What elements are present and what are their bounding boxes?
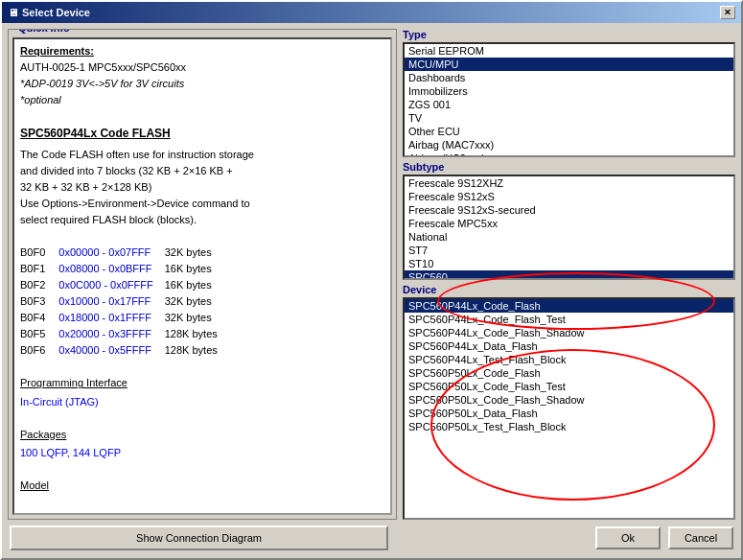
desc2: and divided into 7 blocks (32 KB + 2×16 …	[20, 163, 384, 179]
type-section: Type Serial EEPROMMCU/MPUDashboardsImmob…	[403, 29, 735, 157]
device-list-item[interactable]: SPC560P50Lx_Data_Flash	[405, 407, 733, 420]
table-block: B0F2	[20, 277, 55, 293]
table-block: B0F1	[20, 261, 55, 277]
subtype-listbox[interactable]: Freescale 9S12XHZFreescale 9S12xSFreesca…	[403, 175, 735, 280]
type-list-item[interactable]: Immobilizers	[405, 84, 733, 98]
device-list-item[interactable]: SPC560P50Lx_Code_Flash	[405, 366, 733, 380]
req1: AUTH-0025-1 MPC5xxx/SPC560xx	[20, 59, 384, 76]
device-list-item[interactable]: SPC560P44Lx_Data_Flash	[405, 339, 733, 353]
ok-button[interactable]: Ok	[595, 526, 661, 549]
action-buttons: Ok Cancel	[595, 526, 733, 549]
type-list-item[interactable]: TV	[405, 111, 733, 125]
subtype-list-item[interactable]: Freescale 9S12xS	[405, 190, 733, 203]
type-list-item[interactable]: MCU/MPU	[405, 58, 733, 71]
subtype-list-item[interactable]: ST7	[405, 244, 733, 257]
table-range: 0x10000 - 0x17FFF	[55, 293, 156, 310]
window-icon: 🖥	[8, 7, 18, 18]
desc5: select required FLASH block (blocks).	[20, 212, 384, 228]
table-size: 16K bytes	[157, 277, 218, 293]
table-block: B0F0	[20, 245, 55, 261]
subtype-list-item[interactable]: Freescale MPC5xx	[405, 217, 733, 230]
quick-info-label: Quick Info	[16, 29, 72, 34]
table-size: 32K bytes	[157, 293, 218, 310]
device-list-item[interactable]: SPC560P50Lx_Code_Flash_Shadow	[405, 393, 733, 407]
left-panel: Quick Info Requirements: AUTH-0025-1 MPC…	[8, 29, 397, 520]
req3: *optional	[20, 92, 384, 108]
type-list-item[interactable]: ZGS 001	[405, 98, 733, 111]
table-range: 0x20000 - 0x3FFFF	[55, 326, 156, 342]
table-range: 0x00000 - 0x07FFF	[55, 245, 156, 261]
device-list-item[interactable]: SPC560P44Lx_Code_Flash	[405, 299, 733, 313]
type-listbox[interactable]: Serial EEPROMMCU/MPUDashboardsImmobilize…	[403, 42, 735, 157]
quick-info-group: Quick Info Requirements: AUTH-0025-1 MPC…	[8, 29, 397, 520]
req2: *ADP-0019 3V<->5V for 3V circuits	[20, 76, 384, 92]
table-range: 0x18000 - 0x1FFFF	[55, 310, 156, 326]
subtype-list-item[interactable]: SPC560	[405, 270, 733, 280]
quick-info-scroll[interactable]: Requirements: AUTH-0025-1 MPC5xxx/SPC560…	[12, 37, 392, 515]
close-button[interactable]: ✕	[720, 6, 735, 19]
subtype-list-item[interactable]: ST10	[405, 257, 733, 270]
device-section: Device SPC560P44Lx_Code_FlashSPC560P44Lx…	[403, 284, 735, 520]
subtype-section: Subtype Freescale 9S12XHZFreescale 9S12x…	[403, 161, 735, 280]
quick-info-scroll-container: Requirements: AUTH-0025-1 MPC5xxx/SPC560…	[12, 37, 392, 515]
title-bar: 🖥 Select Device ✕	[2, 2, 741, 23]
prog-interface-label: Programming Interface	[20, 375, 384, 391]
table-range: 0x40000 - 0x5FFFF	[55, 342, 156, 359]
type-label: Type	[403, 29, 735, 40]
table-size: 32K bytes	[157, 310, 218, 326]
table-range: 0x08000 - 0x0BFFF	[55, 261, 156, 277]
table-block: B0F3	[20, 293, 55, 310]
table-range: 0x0C000 - 0x0FFFF	[55, 277, 156, 293]
device-list-item[interactable]: SPC560P50Lx_Code_Flash_Test	[405, 380, 733, 393]
subtype-list-item[interactable]: Freescale 9S12XHZ	[405, 176, 733, 190]
desc3: 32 KB + 32 KB + 2×128 KB)	[20, 179, 384, 196]
device-list-item[interactable]: SPC560P44Lx_Test_Flash_Block	[405, 353, 733, 366]
table-block: B0F6	[20, 342, 55, 359]
device-listbox[interactable]: SPC560P44Lx_Code_FlashSPC560P44Lx_Code_F…	[403, 297, 735, 520]
subtype-label: Subtype	[403, 161, 735, 173]
footer-row: Show Connection Diagram Ok Cancel	[2, 520, 741, 558]
desc1: The Code FLASH often use for instruction…	[20, 147, 384, 163]
table-size: 128K bytes	[157, 342, 218, 359]
packages-value: 100 LQFP, 144 LQFP	[20, 445, 384, 461]
prog-interface-link[interactable]: In-Circuit (JTAG)	[20, 394, 384, 410]
device-list-item[interactable]: SPC560P44Lx_Code_Flash_Shadow	[405, 326, 733, 339]
window-title: Select Device	[22, 7, 90, 18]
address-table: B0F0 0x00000 - 0x07FFF 32K bytes B0F1 0x…	[20, 245, 218, 359]
table-block: B0F4	[20, 310, 55, 326]
type-list-item[interactable]: Other ECU	[405, 125, 733, 138]
device-list-item[interactable]: SPC560P50Lx_Test_Flash_Block	[405, 420, 733, 433]
type-list-item[interactable]: Airbag (MAC7xxx)	[405, 138, 733, 152]
table-size: 128K bytes	[157, 326, 218, 342]
device-list-item[interactable]: SPC560P44Lx_Code_Flash_Test	[405, 313, 733, 326]
table-size: 16K bytes	[157, 261, 218, 277]
device-label: Device	[403, 284, 735, 295]
desc4: Use Options->Environment->Device command…	[20, 196, 384, 212]
type-list-item[interactable]: Serial EEPROM	[405, 44, 733, 58]
subtype-list-item[interactable]: Freescale 9S12xS-secured	[405, 203, 733, 217]
requirements-label: Requirements:	[20, 43, 384, 59]
type-list-item[interactable]: Dashboards	[405, 71, 733, 84]
type-list-item[interactable]: Airbag (XC2xxx)	[405, 152, 733, 157]
cancel-button[interactable]: Cancel	[668, 526, 733, 549]
subtype-list-item[interactable]: National	[405, 230, 733, 244]
main-window: 🖥 Select Device ✕ Quick Info Requirement…	[0, 0, 743, 560]
model-label: Model	[20, 478, 384, 494]
packages-label: Packages	[20, 427, 384, 443]
section-title: SPC560P44Lx Code FLASH	[20, 125, 384, 143]
show-diagram-button[interactable]: Show Connection Diagram	[10, 525, 388, 550]
right-panel: Type Serial EEPROMMCU/MPUDashboardsImmob…	[403, 29, 735, 520]
table-size: 32K bytes	[157, 245, 218, 261]
table-block: B0F5	[20, 326, 55, 342]
